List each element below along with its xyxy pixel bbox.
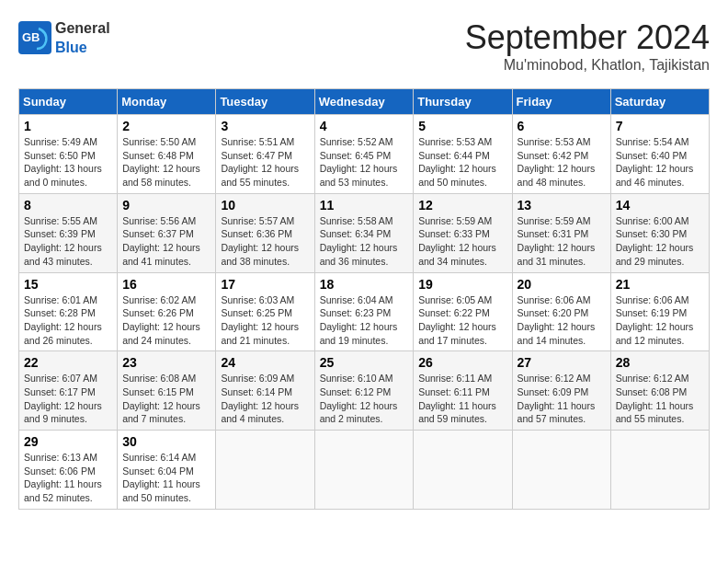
day-info: Sunrise: 5:53 AM Sunset: 6:42 PM Dayligh… xyxy=(518,135,606,190)
logo-general: General xyxy=(55,20,110,36)
day-info: Sunrise: 6:06 AM Sunset: 6:19 PM Dayligh… xyxy=(616,293,704,348)
day-info: Sunrise: 5:58 AM Sunset: 6:34 PM Dayligh… xyxy=(320,214,409,269)
day-number: 16 xyxy=(122,277,210,292)
day-number: 17 xyxy=(221,277,309,292)
header-thursday: Thursday xyxy=(414,89,512,115)
day-info: Sunrise: 6:06 AM Sunset: 6:20 PM Dayligh… xyxy=(518,293,606,348)
day-info: Sunrise: 6:03 AM Sunset: 6:25 PM Dayligh… xyxy=(221,293,309,348)
day-number: 15 xyxy=(24,277,112,292)
calendar-day-cell: 22Sunrise: 6:07 AM Sunset: 6:17 PM Dayli… xyxy=(19,351,118,431)
day-number: 29 xyxy=(24,434,112,449)
calendar-day-cell: 16Sunrise: 6:02 AM Sunset: 6:26 PM Dayli… xyxy=(118,272,216,351)
day-number: 24 xyxy=(221,355,309,370)
day-info: Sunrise: 6:13 AM Sunset: 6:06 PM Dayligh… xyxy=(24,451,112,505)
calendar-day-cell: 8Sunrise: 5:55 AM Sunset: 6:39 PM Daylig… xyxy=(19,193,118,272)
logo-icon: GB xyxy=(18,21,51,54)
day-info: Sunrise: 6:08 AM Sunset: 6:15 PM Dayligh… xyxy=(122,372,210,426)
calendar-empty-cell xyxy=(314,431,414,510)
svg-text:GB: GB xyxy=(22,30,40,44)
calendar-day-cell: 17Sunrise: 6:03 AM Sunset: 6:25 PM Dayli… xyxy=(216,272,314,351)
day-number: 25 xyxy=(320,355,409,370)
calendar-day-cell: 18Sunrise: 6:04 AM Sunset: 6:23 PM Dayli… xyxy=(314,272,414,351)
calendar-day-cell: 10Sunrise: 5:57 AM Sunset: 6:36 PM Dayli… xyxy=(216,193,314,272)
day-info: Sunrise: 5:56 AM Sunset: 6:37 PM Dayligh… xyxy=(122,214,210,269)
calendar-day-cell: 2Sunrise: 5:50 AM Sunset: 6:48 PM Daylig… xyxy=(118,115,216,194)
header-tuesday: Tuesday xyxy=(216,89,314,115)
day-number: 5 xyxy=(418,119,506,133)
calendar-day-cell: 4Sunrise: 5:52 AM Sunset: 6:45 PM Daylig… xyxy=(314,115,414,194)
day-number: 10 xyxy=(221,198,309,213)
day-info: Sunrise: 6:02 AM Sunset: 6:26 PM Dayligh… xyxy=(122,293,210,348)
page-header: GB General Blue September 2024 Mu'minobo… xyxy=(18,18,710,74)
day-number: 22 xyxy=(24,355,112,370)
calendar-day-cell: 28Sunrise: 6:12 AM Sunset: 6:08 PM Dayli… xyxy=(610,351,709,431)
day-info: Sunrise: 6:12 AM Sunset: 6:08 PM Dayligh… xyxy=(616,372,704,426)
calendar-day-cell: 23Sunrise: 6:08 AM Sunset: 6:15 PM Dayli… xyxy=(118,351,216,431)
day-number: 28 xyxy=(616,355,704,370)
calendar-week-row: 29Sunrise: 6:13 AM Sunset: 6:06 PM Dayli… xyxy=(19,431,710,510)
calendar-day-cell: 26Sunrise: 6:11 AM Sunset: 6:11 PM Dayli… xyxy=(414,351,512,431)
day-info: Sunrise: 6:11 AM Sunset: 6:11 PM Dayligh… xyxy=(418,372,506,426)
day-number: 12 xyxy=(418,198,506,213)
calendar-week-row: 1Sunrise: 5:49 AM Sunset: 6:50 PM Daylig… xyxy=(19,115,710,194)
day-number: 8 xyxy=(24,198,112,213)
day-info: Sunrise: 6:10 AM Sunset: 6:12 PM Dayligh… xyxy=(320,372,409,426)
calendar-day-cell: 25Sunrise: 6:10 AM Sunset: 6:12 PM Dayli… xyxy=(314,351,414,431)
calendar-week-row: 15Sunrise: 6:01 AM Sunset: 6:28 PM Dayli… xyxy=(19,272,710,351)
calendar-day-cell: 9Sunrise: 5:56 AM Sunset: 6:37 PM Daylig… xyxy=(118,193,216,272)
day-info: Sunrise: 6:05 AM Sunset: 6:22 PM Dayligh… xyxy=(418,293,506,348)
day-info: Sunrise: 5:57 AM Sunset: 6:36 PM Dayligh… xyxy=(221,214,309,269)
calendar-day-cell: 21Sunrise: 6:06 AM Sunset: 6:19 PM Dayli… xyxy=(610,272,709,351)
calendar-day-cell: 20Sunrise: 6:06 AM Sunset: 6:20 PM Dayli… xyxy=(512,272,610,351)
day-info: Sunrise: 5:59 AM Sunset: 6:33 PM Dayligh… xyxy=(418,214,506,269)
calendar-day-cell: 7Sunrise: 5:54 AM Sunset: 6:40 PM Daylig… xyxy=(610,115,709,194)
day-number: 9 xyxy=(122,198,210,213)
day-number: 2 xyxy=(122,119,210,133)
header-sunday: Sunday xyxy=(19,89,118,115)
day-info: Sunrise: 5:54 AM Sunset: 6:40 PM Dayligh… xyxy=(616,135,704,190)
logo-blue: Blue xyxy=(55,40,87,55)
calendar-day-cell: 13Sunrise: 5:59 AM Sunset: 6:31 PM Dayli… xyxy=(512,193,610,272)
day-info: Sunrise: 5:59 AM Sunset: 6:31 PM Dayligh… xyxy=(518,214,606,269)
day-info: Sunrise: 6:00 AM Sunset: 6:30 PM Dayligh… xyxy=(616,214,704,269)
day-info: Sunrise: 5:50 AM Sunset: 6:48 PM Dayligh… xyxy=(122,135,210,190)
header-wednesday: Wednesday xyxy=(314,89,414,115)
day-number: 20 xyxy=(518,277,606,292)
day-number: 19 xyxy=(418,277,506,292)
day-info: Sunrise: 6:04 AM Sunset: 6:23 PM Dayligh… xyxy=(320,293,409,348)
calendar-day-cell: 5Sunrise: 5:53 AM Sunset: 6:44 PM Daylig… xyxy=(414,115,512,194)
day-info: Sunrise: 6:12 AM Sunset: 6:09 PM Dayligh… xyxy=(518,372,606,426)
calendar-empty-cell xyxy=(216,431,314,510)
day-info: Sunrise: 5:55 AM Sunset: 6:39 PM Dayligh… xyxy=(24,214,112,269)
day-number: 23 xyxy=(122,355,210,370)
day-number: 1 xyxy=(24,119,112,133)
day-info: Sunrise: 6:07 AM Sunset: 6:17 PM Dayligh… xyxy=(24,372,112,426)
header-friday: Friday xyxy=(512,89,610,115)
calendar-header-row: SundayMondayTuesdayWednesdayThursdayFrid… xyxy=(19,89,710,115)
day-number: 11 xyxy=(320,198,409,213)
day-number: 7 xyxy=(616,119,704,133)
day-info: Sunrise: 6:09 AM Sunset: 6:14 PM Dayligh… xyxy=(221,372,309,426)
calendar-table: SundayMondayTuesdayWednesdayThursdayFrid… xyxy=(18,88,710,510)
day-number: 3 xyxy=(221,119,309,133)
day-number: 6 xyxy=(518,119,606,133)
calendar-empty-cell xyxy=(414,431,512,510)
title-block: September 2024 Mu'minobod, Khatlon, Taji… xyxy=(465,18,710,74)
day-number: 27 xyxy=(518,355,606,370)
calendar-day-cell: 24Sunrise: 6:09 AM Sunset: 6:14 PM Dayli… xyxy=(216,351,314,431)
calendar-week-row: 22Sunrise: 6:07 AM Sunset: 6:17 PM Dayli… xyxy=(19,351,710,431)
day-info: Sunrise: 5:49 AM Sunset: 6:50 PM Dayligh… xyxy=(24,135,112,190)
day-number: 26 xyxy=(418,355,506,370)
header-monday: Monday xyxy=(118,89,216,115)
calendar-day-cell: 15Sunrise: 6:01 AM Sunset: 6:28 PM Dayli… xyxy=(19,272,118,351)
day-info: Sunrise: 5:51 AM Sunset: 6:47 PM Dayligh… xyxy=(221,135,309,190)
logo: GB General Blue xyxy=(18,18,110,57)
day-info: Sunrise: 6:01 AM Sunset: 6:28 PM Dayligh… xyxy=(24,293,112,348)
day-info: Sunrise: 5:53 AM Sunset: 6:44 PM Dayligh… xyxy=(418,135,506,190)
header-saturday: Saturday xyxy=(610,89,709,115)
calendar-day-cell: 14Sunrise: 6:00 AM Sunset: 6:30 PM Dayli… xyxy=(610,193,709,272)
day-number: 4 xyxy=(320,119,409,133)
calendar-day-cell: 11Sunrise: 5:58 AM Sunset: 6:34 PM Dayli… xyxy=(314,193,414,272)
calendar-day-cell: 29Sunrise: 6:13 AM Sunset: 6:06 PM Dayli… xyxy=(19,431,118,510)
month-title: September 2024 xyxy=(465,18,710,57)
